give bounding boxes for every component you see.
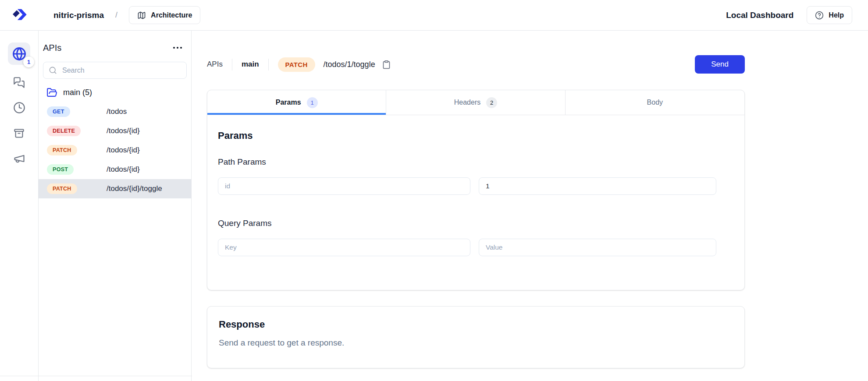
endpoint-path: /todos/{id} [107,165,140,174]
clipboard-icon [382,60,391,69]
path-params-title: Path Params [218,157,734,167]
params-count-badge: 1 [307,97,318,108]
nitric-logo[interactable] [0,7,39,24]
response-card: Response Send a request to get a respons… [207,306,745,368]
breadcrumb-divider [268,59,269,71]
map-icon [137,11,146,20]
breadcrumb-separator: / [115,11,117,20]
clock-icon [13,102,25,114]
copy-path-button[interactable] [381,59,392,70]
tab-body[interactable]: Body [566,90,744,115]
help-label: Help [829,11,844,19]
response-empty-message: Send a request to get a response. [219,338,733,348]
method-badge: PATCH [47,145,77,155]
project-name: nitric-prisma [53,11,104,20]
request-path: /todos/1/toggle [324,60,375,69]
dashboard-title: Local Dashboard [726,11,793,20]
archive-box-icon [13,127,25,139]
search-box [43,62,187,79]
help-button[interactable]: Help [807,6,852,24]
tab-params[interactable]: Params 1 [207,90,386,115]
tab-label: Headers [454,99,480,106]
breadcrumb-root: APIs [207,60,223,69]
sidebar-bottom-divider [0,376,192,376]
search-icon [49,66,57,74]
architecture-button[interactable]: Architecture [129,6,200,24]
breadcrumb-api: main [242,60,259,69]
request-tabs: Params 1 Headers 2 Body [207,90,744,115]
query-param-row [218,239,734,256]
response-title: Response [219,319,733,330]
chat-bubbles-icon [13,77,25,88]
nitric-logo-icon [11,7,28,24]
rail-item-storage[interactable] [11,125,27,141]
breadcrumb-divider [232,59,232,71]
endpoint-path: /todos/{id}/toggle [107,184,162,193]
app-header: nitric-prisma / Architecture Local Dashb… [0,0,868,31]
endpoint-path: /todos/{id} [107,146,140,155]
method-badge: GET [47,106,70,117]
icon-rail: 1 [0,31,39,381]
path-param-value-input[interactable] [479,177,716,195]
rail-item-apis[interactable]: 1 [8,42,30,65]
sidebar-menu-button[interactable] [171,44,184,51]
endpoint-list: GET /todos DELETE /todos/{id} PATCH /tod… [39,102,191,198]
api-group-main[interactable]: main (5) [39,83,191,102]
rail-item-schedules[interactable] [11,100,27,116]
method-badge: PATCH [47,183,77,194]
rail-item-websockets[interactable] [11,74,27,90]
architecture-label: Architecture [151,11,192,19]
endpoint-path: /todos [107,107,127,116]
folder-open-icon [46,87,57,98]
main-content: APIs main PATCH /todos/1/toggle Send Par… [192,31,868,381]
ellipsis-icon [173,46,182,49]
endpoint-delete-todo[interactable]: DELETE /todos/{id} [39,121,191,141]
apis-count-badge: 1 [23,56,34,67]
sidebar-title: APIs [43,43,61,53]
query-param-value-input[interactable] [479,239,716,256]
endpoint-patch-todo-toggle[interactable]: PATCH /todos/{id}/toggle [39,179,191,198]
api-group-label: main (5) [63,88,92,97]
headers-count-badge: 2 [486,97,497,108]
sidebar: APIs main (5 [39,31,192,381]
method-badge: DELETE [47,126,81,136]
request-bar: APIs main PATCH /todos/1/toggle Send [207,55,745,74]
path-param-row [218,177,734,195]
endpoint-patch-todo[interactable]: PATCH /todos/{id} [39,141,191,160]
tab-headers[interactable]: Headers 2 [386,90,565,115]
tab-label: Body [647,99,663,106]
request-method-badge: PATCH [278,57,315,72]
endpoint-path: /todos/{id} [107,127,140,135]
send-button[interactable]: Send [695,55,745,74]
rail-item-topics[interactable] [11,151,27,166]
megaphone-icon [13,152,25,165]
request-card: Params 1 Headers 2 Body Params Path Para… [207,90,745,290]
path-param-key-input[interactable] [218,177,470,195]
query-param-key-input[interactable] [218,239,470,256]
endpoint-post-todo[interactable]: POST /todos/{id} [39,160,191,179]
endpoint-get-todos[interactable]: GET /todos [39,102,191,121]
query-params-title: Query Params [218,219,734,228]
method-badge: POST [47,164,74,175]
help-circle-icon [815,11,824,20]
params-section-title: Params [218,130,734,141]
search-input[interactable] [61,66,181,75]
tab-label: Params [276,99,301,106]
